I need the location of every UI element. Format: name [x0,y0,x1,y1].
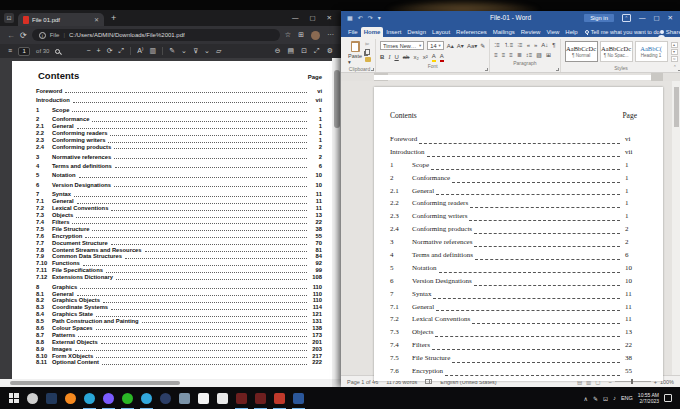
style-scroll-button[interactable]: ≂ [671,56,678,62]
read-aloud-icon[interactable]: A⁾ [137,45,143,57]
highlight-color-button[interactable]: A [432,52,436,62]
refresh-icon[interactable]: ⟳ [20,31,27,40]
cut-icon[interactable]: ✂ [365,41,371,47]
tab-help[interactable]: Help [562,27,580,37]
zoom-slider-knob[interactable] [631,379,634,384]
taskbar-app-dark[interactable] [42,387,61,409]
save-icon[interactable]: ▦ [347,14,353,21]
align-left-icon[interactable]: ≡ [494,51,498,59]
highlight-caret-icon[interactable]: ⌄ [204,45,210,57]
search-icon[interactable] [55,49,60,54]
bullets-icon[interactable]: ⁚≡ [494,41,499,49]
ribbon-display-options-icon[interactable]: ⌃ [622,14,631,22]
indent-icon[interactable]: » [534,41,537,49]
dialog-launcher-icon[interactable] [485,68,488,71]
paste-button[interactable]: Paste ▾ [348,39,362,65]
taskbar-clock[interactable]: 10:55 AM 2/7/2023 [638,392,659,404]
tray-pen-icon[interactable]: ✎ [593,395,598,402]
zoom-out-icon[interactable]: − [86,45,90,57]
tray-display-icon[interactable]: ⊡ [603,395,608,402]
style-card--normal[interactable]: AaBbCcDc¶ Normal [565,41,598,62]
taskbar-app-navy[interactable] [156,387,175,409]
back-icon[interactable]: ← [7,31,15,40]
superscript-button[interactable]: x² [423,53,428,61]
taskbar-app-red-1[interactable] [232,387,251,409]
qat-caret-icon[interactable]: ▾ [378,14,381,21]
font-color-button[interactable]: A [440,52,444,62]
taskbar-telegram[interactable] [137,387,156,409]
shading-icon[interactable]: ▨ [536,51,542,59]
zoom-in-icon[interactable]: + [97,45,101,57]
font-size-combo[interactable]: 14▾ [427,41,444,50]
tab-layout[interactable]: Layout [429,27,453,37]
pdf-horizontal-scrollbar[interactable] [0,379,332,387]
highlight-icon[interactable]: ⊽ [193,45,198,57]
format-painter-icon[interactable] [365,57,371,62]
line-spacing-icon[interactable]: ↕≡ [526,51,533,59]
browser-tab[interactable]: File 01.pdf ✕ [18,13,104,26]
scrollbar-thumb[interactable] [334,70,340,128]
clear-format-icon[interactable]: ✎ [480,42,485,50]
taskbar-file-explorer[interactable] [175,387,194,409]
collapse-ribbon-icon[interactable]: ⌃ [673,64,677,70]
taskbar-whatsapp[interactable] [118,387,137,409]
hide-toolbar-icon[interactable]: ⊖ [275,45,281,57]
align-center-icon[interactable]: ≡ [502,51,506,59]
favorites-star-icon[interactable]: ☆ [285,30,291,40]
dialog-launcher-icon[interactable] [556,68,559,71]
horizontal-ruler[interactable] [341,73,680,81]
subscript-button[interactable]: x₂ [413,53,418,61]
taskbar-search-app[interactable] [23,387,42,409]
redo-icon[interactable]: ↷ [368,14,373,21]
taskbar-notepad[interactable] [213,387,232,409]
word-vertical-scrollbar[interactable] [672,81,680,375]
fit-page-icon[interactable]: ⤢ [119,45,125,57]
tab-actions-icon[interactable]: ⊡ [4,13,14,23]
tray-chevron-icon[interactable]: ∧ [583,395,587,402]
tell-me-box[interactable]: Tell me what you want to do [585,29,660,35]
italic-button[interactable]: I [388,53,390,61]
tab-design[interactable]: Design [404,27,429,37]
tab-references[interactable]: References [453,27,490,37]
dialog-launcher-icon[interactable] [371,68,374,71]
style-card--no-spac-[interactable]: AaBbCcDc¶ No Spac... [600,41,633,62]
more-menu-icon[interactable]: ⋯ [327,30,334,40]
style-gallery-scroll[interactable]: ▴▾≂ [671,39,678,62]
taskbar-app-access[interactable] [270,387,289,409]
scrollbar-thumb[interactable] [674,87,679,127]
action-center-icon[interactable] [664,394,672,402]
maximize-button[interactable]: ▢ [309,14,315,22]
fullscreen-icon[interactable]: ⤢ [314,45,320,57]
taskbar-firefox[interactable] [61,387,80,409]
new-tab-button[interactable]: + [111,13,116,24]
underline-button[interactable]: U [394,53,398,61]
justify-icon[interactable]: ≣ [517,51,522,59]
address-bar[interactable]: i File | C:/Users/ADMIN/Downloads/File%2… [32,29,280,41]
start-button[interactable] [4,387,23,409]
taskbar-edge[interactable] [80,387,99,409]
change-case-icon[interactable]: Aa▾ [467,42,477,50]
numbering-icon[interactable]: ⒈≡ [504,41,514,49]
profile-avatar[interactable] [311,31,320,40]
multilevel-icon[interactable]: ⁝≡ [517,41,522,49]
sort-icon[interactable]: A↓ [541,41,548,49]
tab-home[interactable]: Home [361,27,384,37]
draw-icon[interactable]: ✎ [169,45,175,57]
proofing-book-icon[interactable] [425,379,432,384]
toc-menu-icon[interactable]: ≡ [8,45,12,57]
tab-file[interactable]: File [345,27,361,37]
settings-icon[interactable]: ⚙ [327,45,333,57]
style-scroll-button[interactable]: ▾ [671,49,678,55]
language-indicator[interactable]: ENG [621,395,633,401]
tab-mailings[interactable]: Mailings [490,27,518,37]
font-name-combo[interactable]: Times New Ro▾ [380,41,424,50]
pdf-vertical-scrollbar[interactable] [332,58,341,379]
taskbar-app-check[interactable] [194,387,213,409]
outdent-icon[interactable]: « [527,41,530,49]
scrollbar-thumb[interactable] [10,381,180,385]
grow-font-icon[interactable]: A▴ [447,42,454,50]
page-view-icon[interactable]: ▥ [150,45,157,57]
undo-icon[interactable]: ↶ [358,14,363,21]
taskbar-app-red-2[interactable] [251,387,270,409]
tray-volume-icon[interactable]: ♪ [613,395,616,401]
